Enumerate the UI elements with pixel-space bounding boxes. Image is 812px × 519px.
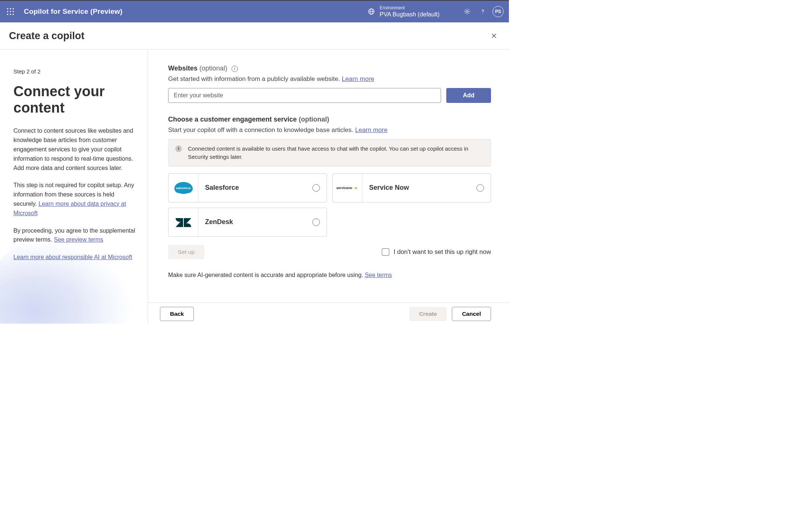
svg-rect-6: [7, 14, 8, 15]
website-url-input[interactable]: [168, 88, 441, 103]
environment-name: PVA Bugbash (default): [380, 11, 440, 18]
app-title: Copilot for Service (Preview): [24, 7, 122, 16]
ces-option-radio[interactable]: [312, 184, 320, 192]
svg-point-12: [482, 13, 483, 14]
info-icon[interactable]: i: [232, 66, 238, 72]
svg-rect-5: [13, 11, 14, 12]
skip-setup-checkbox[interactable]: I don't want to set this up right now: [382, 248, 491, 256]
ces-learn-more-link[interactable]: Learn more: [355, 126, 387, 133]
svg-rect-8: [13, 14, 14, 15]
svg-rect-4: [10, 11, 11, 12]
dialog-title: Create a copilot: [9, 30, 85, 42]
step-heading: Connect your content: [13, 84, 136, 116]
ces-label-optional: (optional): [297, 116, 329, 123]
waffle-icon: [7, 8, 14, 15]
svg-rect-3: [7, 11, 8, 12]
add-website-button[interactable]: Add: [446, 88, 491, 103]
step-description-2: This step is not required for copilot se…: [13, 181, 136, 218]
environment-selector[interactable]: Environment PVA Bugbash (default): [368, 5, 440, 18]
preview-terms-link[interactable]: See preview terms: [54, 236, 103, 243]
ces-option-label: Salesforce: [198, 184, 312, 192]
create-button: Create: [409, 307, 447, 321]
footnote-text: Make sure AI-generated content is accura…: [168, 272, 365, 278]
ces-option-zendesk[interactable]: ZenDesk: [168, 208, 327, 237]
websites-label: Websites (optional) i: [168, 65, 491, 72]
help-button[interactable]: [477, 6, 489, 18]
back-button[interactable]: Back: [160, 307, 194, 321]
svg-rect-1: [10, 8, 11, 9]
svg-rect-2: [13, 8, 14, 9]
setup-button: Set up: [168, 245, 204, 259]
see-terms-link[interactable]: See terms: [365, 272, 392, 278]
svg-point-11: [466, 10, 468, 12]
ces-desc-text: Start your copilot off with a connection…: [168, 126, 355, 133]
websites-label-optional: (optional): [198, 65, 227, 72]
ces-option-radio[interactable]: [476, 184, 484, 192]
dialog-close-button[interactable]: [488, 30, 500, 42]
ai-content-footnote: Make sure AI-generated content is accura…: [168, 272, 491, 279]
skip-setup-label: I don't want to set this up right now: [394, 248, 491, 256]
step-description-3: By proceeding, you agree to the suppleme…: [13, 226, 136, 245]
websites-description: Get started with information from a publ…: [168, 75, 491, 83]
ces-option-label: Service Now: [362, 184, 476, 192]
ces-info-text: Connected content is available to users …: [188, 145, 484, 161]
step-description-4: Learn more about responsible AI at Micro…: [13, 253, 136, 262]
app-topbar: Copilot for Service (Preview) Environmen…: [0, 0, 509, 22]
salesforce-logo-icon: salesforce: [169, 174, 198, 202]
zendesk-logo-icon: [169, 208, 198, 236]
close-icon: [491, 32, 497, 39]
checkbox-icon: [382, 248, 389, 256]
wizard-left-panel: Step 2 of 2 Connect your content Connect…: [0, 50, 148, 324]
websites-label-bold: Websites: [168, 65, 198, 72]
settings-button[interactable]: [461, 6, 473, 18]
info-icon: i: [175, 145, 182, 152]
servicenow-logo-icon: serviceno w: [333, 174, 362, 202]
app-launcher-button[interactable]: [5, 6, 16, 17]
user-avatar[interactable]: PS: [492, 6, 504, 17]
step-label: Step 2 of 2: [13, 68, 136, 75]
ces-option-label: ZenDesk: [198, 218, 312, 226]
svg-text:w: w: [354, 186, 358, 190]
wizard-right-panel: Websites (optional) i Get started with i…: [148, 50, 509, 324]
dialog-header: Create a copilot: [0, 22, 509, 50]
svg-text:serviceno: serviceno: [336, 186, 352, 190]
ces-label: Choose a customer engagement service (op…: [168, 116, 491, 123]
ces-description: Start your copilot off with a connection…: [168, 126, 491, 134]
gear-icon: [463, 8, 471, 15]
ces-option-servicenow[interactable]: serviceno w Service Now: [332, 173, 491, 202]
environment-label: Environment: [380, 5, 440, 10]
ces-info-banner: i Connected content is available to user…: [168, 139, 491, 167]
svg-rect-7: [10, 14, 11, 15]
globe-icon: [368, 8, 375, 15]
help-icon: [479, 8, 486, 15]
step-description-1: Connect to content sources like websites…: [13, 126, 136, 173]
cancel-button[interactable]: Cancel: [452, 307, 491, 321]
wizard-footer: Back Create Cancel: [148, 302, 509, 325]
websites-learn-more-link[interactable]: Learn more: [342, 75, 374, 82]
svg-text:salesforce: salesforce: [176, 186, 191, 190]
ces-option-salesforce[interactable]: salesforce Salesforce: [168, 173, 327, 202]
responsible-ai-link[interactable]: Learn more about responsible AI at Micro…: [13, 254, 132, 260]
svg-rect-0: [7, 8, 8, 9]
websites-desc-text: Get started with information from a publ…: [168, 75, 342, 82]
ces-label-bold: Choose a customer engagement service: [168, 116, 297, 123]
ces-option-radio[interactable]: [312, 218, 320, 226]
